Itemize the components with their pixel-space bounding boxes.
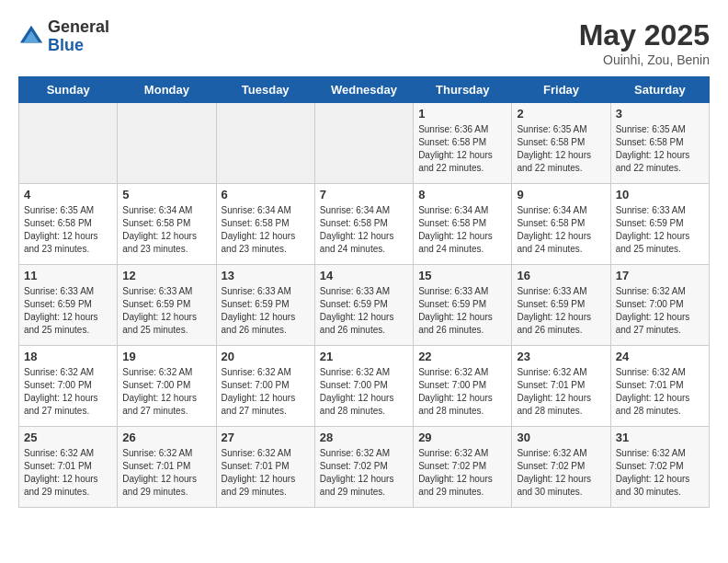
logo-general: General: [48, 18, 109, 37]
calendar-cell: 13Sunrise: 6:33 AM Sunset: 6:59 PM Dayli…: [216, 265, 314, 346]
calendar-table: SundayMondayTuesdayWednesdayThursdayFrid…: [18, 76, 710, 508]
week-row-5: 25Sunrise: 6:32 AM Sunset: 7:01 PM Dayli…: [19, 427, 710, 508]
calendar-cell: 23Sunrise: 6:32 AM Sunset: 7:01 PM Dayli…: [512, 346, 610, 427]
day-info: Sunrise: 6:32 AM Sunset: 7:02 PM Dayligh…: [517, 447, 605, 499]
day-number: 22: [418, 350, 506, 363]
calendar-cell: 19Sunrise: 6:32 AM Sunset: 7:00 PM Dayli…: [118, 346, 216, 427]
day-info: Sunrise: 6:33 AM Sunset: 6:59 PM Dayligh…: [24, 285, 112, 337]
day-info: Sunrise: 6:35 AM Sunset: 6:58 PM Dayligh…: [517, 123, 605, 175]
calendar-cell: 31Sunrise: 6:32 AM Sunset: 7:02 PM Dayli…: [610, 427, 709, 508]
day-number: 18: [24, 350, 112, 363]
day-number: 17: [616, 269, 704, 282]
calendar-cell: 17Sunrise: 6:32 AM Sunset: 7:00 PM Dayli…: [610, 265, 709, 346]
day-number: 28: [320, 431, 408, 444]
calendar-cell: 5Sunrise: 6:34 AM Sunset: 6:58 PM Daylig…: [118, 184, 216, 265]
day-info: Sunrise: 6:32 AM Sunset: 7:01 PM Dayligh…: [122, 447, 210, 499]
day-info: Sunrise: 6:34 AM Sunset: 6:58 PM Dayligh…: [122, 204, 210, 256]
day-info: Sunrise: 6:32 AM Sunset: 7:01 PM Dayligh…: [222, 447, 310, 499]
calendar-cell: [216, 103, 314, 184]
day-info: Sunrise: 6:32 AM Sunset: 7:00 PM Dayligh…: [122, 366, 210, 418]
day-header-thursday: Thursday: [414, 77, 512, 103]
calendar-title: May 2025: [579, 18, 710, 52]
day-info: Sunrise: 6:32 AM Sunset: 7:00 PM Dayligh…: [418, 366, 506, 418]
calendar-cell: 25Sunrise: 6:32 AM Sunset: 7:01 PM Dayli…: [19, 427, 118, 508]
logo-icon: [18, 24, 44, 50]
day-number: 30: [517, 431, 605, 444]
day-info: Sunrise: 6:35 AM Sunset: 6:58 PM Dayligh…: [616, 123, 704, 175]
logo-blue: Blue: [48, 37, 109, 55]
calendar-cell: 29Sunrise: 6:32 AM Sunset: 7:02 PM Dayli…: [414, 427, 512, 508]
day-number: 24: [616, 350, 704, 363]
calendar-cell: 2Sunrise: 6:35 AM Sunset: 6:58 PM Daylig…: [512, 103, 610, 184]
day-number: 20: [222, 350, 310, 363]
day-info: Sunrise: 6:33 AM Sunset: 6:59 PM Dayligh…: [616, 204, 704, 256]
calendar-cell: 21Sunrise: 6:32 AM Sunset: 7:00 PM Dayli…: [314, 346, 413, 427]
day-info: Sunrise: 6:32 AM Sunset: 7:00 PM Dayligh…: [222, 366, 310, 418]
day-info: Sunrise: 6:36 AM Sunset: 6:58 PM Dayligh…: [418, 123, 506, 175]
page-header: General Blue May 2025 Ouinhi, Zou, Benin: [18, 18, 710, 67]
day-number: 6: [222, 188, 310, 201]
day-number: 21: [320, 350, 408, 363]
day-info: Sunrise: 6:33 AM Sunset: 6:59 PM Dayligh…: [122, 285, 210, 337]
calendar-cell: 10Sunrise: 6:33 AM Sunset: 6:59 PM Dayli…: [610, 184, 709, 265]
day-info: Sunrise: 6:32 AM Sunset: 7:02 PM Dayligh…: [616, 447, 704, 499]
day-info: Sunrise: 6:34 AM Sunset: 6:58 PM Dayligh…: [222, 204, 310, 256]
day-number: 2: [517, 107, 605, 121]
calendar-cell: 6Sunrise: 6:34 AM Sunset: 6:58 PM Daylig…: [216, 184, 314, 265]
calendar-cell: 27Sunrise: 6:32 AM Sunset: 7:01 PM Dayli…: [216, 427, 314, 508]
day-info: Sunrise: 6:32 AM Sunset: 7:01 PM Dayligh…: [616, 366, 704, 418]
day-info: Sunrise: 6:33 AM Sunset: 6:59 PM Dayligh…: [222, 285, 310, 337]
day-number: 4: [24, 188, 112, 201]
day-number: 26: [122, 431, 210, 444]
day-info: Sunrise: 6:32 AM Sunset: 7:00 PM Dayligh…: [320, 366, 408, 418]
logo-text: General Blue: [48, 18, 109, 55]
calendar-cell: 14Sunrise: 6:33 AM Sunset: 6:59 PM Dayli…: [314, 265, 413, 346]
day-info: Sunrise: 6:33 AM Sunset: 6:59 PM Dayligh…: [418, 285, 506, 337]
day-info: Sunrise: 6:33 AM Sunset: 6:59 PM Dayligh…: [517, 285, 605, 337]
day-number: 5: [122, 188, 210, 201]
calendar-cell: 24Sunrise: 6:32 AM Sunset: 7:01 PM Dayli…: [610, 346, 709, 427]
day-number: 31: [616, 431, 704, 444]
day-info: Sunrise: 6:32 AM Sunset: 7:01 PM Dayligh…: [517, 366, 605, 418]
day-header-row: SundayMondayTuesdayWednesdayThursdayFrid…: [19, 77, 710, 103]
calendar-cell: 3Sunrise: 6:35 AM Sunset: 6:58 PM Daylig…: [610, 103, 709, 184]
day-number: 7: [320, 188, 408, 201]
calendar-cell: 8Sunrise: 6:34 AM Sunset: 6:58 PM Daylig…: [414, 184, 512, 265]
calendar-cell: 28Sunrise: 6:32 AM Sunset: 7:02 PM Dayli…: [314, 427, 413, 508]
day-header-tuesday: Tuesday: [216, 77, 314, 103]
day-header-friday: Friday: [512, 77, 610, 103]
calendar-cell: 9Sunrise: 6:34 AM Sunset: 6:58 PM Daylig…: [512, 184, 610, 265]
day-number: 11: [24, 269, 112, 282]
day-number: 29: [418, 431, 506, 444]
week-row-3: 11Sunrise: 6:33 AM Sunset: 6:59 PM Dayli…: [19, 265, 710, 346]
day-number: 15: [418, 269, 506, 282]
week-row-4: 18Sunrise: 6:32 AM Sunset: 7:00 PM Dayli…: [19, 346, 710, 427]
calendar-cell: [314, 103, 413, 184]
day-header-sunday: Sunday: [19, 77, 118, 103]
week-row-2: 4Sunrise: 6:35 AM Sunset: 6:58 PM Daylig…: [19, 184, 710, 265]
day-number: 3: [616, 107, 704, 121]
day-number: 9: [517, 188, 605, 201]
day-number: 19: [122, 350, 210, 363]
calendar-cell: 18Sunrise: 6:32 AM Sunset: 7:00 PM Dayli…: [19, 346, 118, 427]
calendar-cell: 4Sunrise: 6:35 AM Sunset: 6:58 PM Daylig…: [19, 184, 118, 265]
day-number: 14: [320, 269, 408, 282]
calendar-cell: 22Sunrise: 6:32 AM Sunset: 7:00 PM Dayli…: [414, 346, 512, 427]
day-number: 25: [24, 431, 112, 444]
calendar-cell: [19, 103, 118, 184]
day-info: Sunrise: 6:32 AM Sunset: 7:01 PM Dayligh…: [24, 447, 112, 499]
calendar-body: 1Sunrise: 6:36 AM Sunset: 6:58 PM Daylig…: [19, 103, 710, 508]
title-block: May 2025 Ouinhi, Zou, Benin: [579, 18, 710, 67]
calendar-cell: 20Sunrise: 6:32 AM Sunset: 7:00 PM Dayli…: [216, 346, 314, 427]
day-number: 12: [122, 269, 210, 282]
day-number: 27: [222, 431, 310, 444]
day-number: 1: [418, 107, 506, 121]
day-header-monday: Monday: [118, 77, 216, 103]
logo: General Blue: [18, 18, 109, 55]
day-number: 10: [616, 188, 704, 201]
day-info: Sunrise: 6:32 AM Sunset: 7:00 PM Dayligh…: [616, 285, 704, 337]
calendar-cell: 26Sunrise: 6:32 AM Sunset: 7:01 PM Dayli…: [118, 427, 216, 508]
week-row-1: 1Sunrise: 6:36 AM Sunset: 6:58 PM Daylig…: [19, 103, 710, 184]
calendar-cell: 15Sunrise: 6:33 AM Sunset: 6:59 PM Dayli…: [414, 265, 512, 346]
day-number: 13: [222, 269, 310, 282]
